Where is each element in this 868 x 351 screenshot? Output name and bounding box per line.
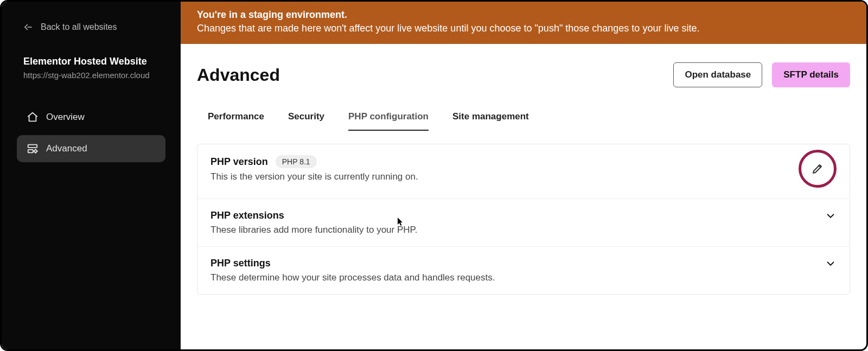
site-info: Elementor Hosted Website https://stg-wab… [17, 56, 165, 82]
sidebar-item-label: Advanced [46, 143, 87, 154]
row-title: PHP extensions [210, 210, 284, 221]
sidebar-item-label: Overview [46, 112, 85, 123]
header-actions: Open database SFTP details [673, 62, 850, 87]
page-content: Advanced Open database SFTP details Perf… [181, 44, 866, 349]
tab-php-configuration[interactable]: PHP configuration [348, 111, 429, 131]
row-php-extensions[interactable]: PHP extensions These libraries add more … [197, 199, 850, 247]
tab-security[interactable]: Security [288, 111, 324, 131]
row-desc: These determine how your site processes … [210, 272, 825, 283]
row-php-version: PHP version PHP 8.1 This is the version … [197, 144, 850, 199]
sidebar: Back to all websites Elementor Hosted We… [2, 2, 181, 349]
sftp-details-button[interactable]: SFTP details [772, 62, 850, 87]
svg-point-3 [34, 150, 37, 152]
tab-performance[interactable]: Performance [208, 111, 264, 131]
back-label: Back to all websites [41, 22, 117, 32]
sidebar-nav: Overview Advanced [17, 104, 165, 162]
chevron-down-icon[interactable] [825, 258, 837, 270]
row-desc: These libraries add more functionality t… [210, 225, 825, 235]
php-version-badge: PHP 8.1 [276, 155, 317, 168]
arrow-left-icon [23, 22, 33, 32]
edit-php-version-button[interactable] [799, 150, 837, 188]
row-title: PHP version [210, 156, 268, 168]
tab-site-management[interactable]: Site management [452, 111, 529, 131]
row-title: PHP settings [210, 258, 271, 269]
page-header: Advanced Open database SFTP details [197, 62, 850, 87]
server-gear-icon [27, 143, 39, 155]
back-to-websites-link[interactable]: Back to all websites [17, 22, 165, 32]
sidebar-item-overview[interactable]: Overview [17, 104, 165, 131]
page-title: Advanced [197, 65, 280, 85]
site-url: https://stg-wab202.elementor.cloud [23, 69, 165, 82]
svg-rect-2 [28, 149, 33, 152]
advanced-tabs: Performance Security PHP configuration S… [197, 111, 850, 131]
site-title: Elementor Hosted Website [23, 56, 165, 67]
open-database-button[interactable]: Open database [673, 62, 762, 87]
banner-text: Changes that are made here won't affect … [197, 23, 850, 34]
chevron-down-icon[interactable] [825, 210, 837, 222]
staging-banner: You're in a staging environment. Changes… [181, 2, 866, 44]
row-desc: This is the version your site is current… [210, 171, 799, 182]
row-php-settings[interactable]: PHP settings These determine how your si… [197, 247, 850, 294]
banner-title: You're in a staging environment. [197, 9, 850, 21]
php-config-panel: PHP version PHP 8.1 This is the version … [197, 144, 850, 295]
main-area: You're in a staging environment. Changes… [181, 2, 866, 349]
home-icon [27, 111, 39, 123]
sidebar-item-advanced[interactable]: Advanced [17, 135, 165, 162]
svg-rect-1 [28, 144, 37, 148]
pencil-icon [811, 162, 824, 175]
